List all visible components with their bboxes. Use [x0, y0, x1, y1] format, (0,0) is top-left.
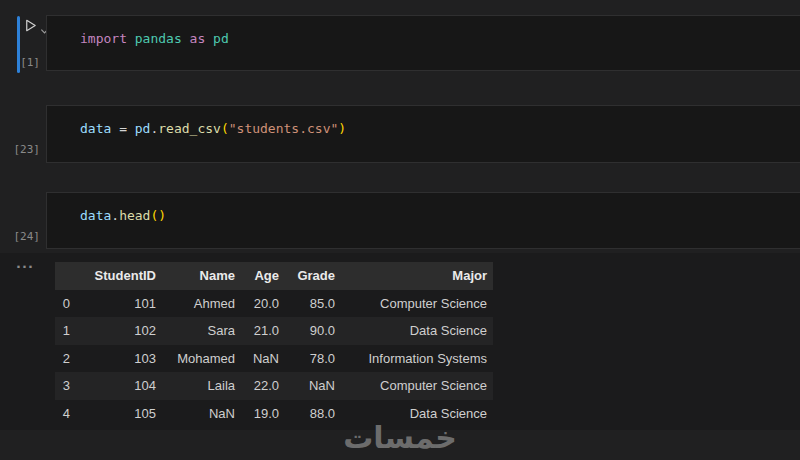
- cell-name: Laila: [162, 372, 241, 400]
- watermark: خمسات: [0, 420, 800, 455]
- cell-age: NaN: [241, 345, 285, 373]
- cell-index: 0: [55, 290, 76, 318]
- code-line: import pandas as pd: [47, 16, 800, 47]
- cell-output: ··· StudentID Name Age Grade Major 0 101: [0, 253, 800, 430]
- play-icon: [23, 18, 38, 33]
- cell-studentid: 103: [76, 345, 162, 373]
- cell-name: Mohamed: [162, 345, 241, 373]
- code-token: pd: [135, 121, 151, 136]
- notebook-editor: [1] import pandas as pd [23] data = pd.r…: [0, 0, 800, 460]
- code-token: pandas: [135, 31, 190, 46]
- column-header-major: Major: [341, 262, 493, 290]
- column-header-age: Age: [241, 262, 285, 290]
- column-header-name: Name: [162, 262, 241, 290]
- run-cell-button[interactable]: [23, 18, 38, 37]
- code-token: as: [190, 31, 213, 46]
- table-header-row: StudentID Name Age Grade Major: [55, 262, 493, 290]
- cell-name: Ahmed: [162, 290, 241, 318]
- code-token: head: [119, 208, 150, 223]
- cell-age: 21.0: [241, 317, 285, 345]
- cell-index: 3: [55, 372, 76, 400]
- cell-grade: 85.0: [285, 290, 341, 318]
- cell-age: 22.0: [241, 372, 285, 400]
- code-token: =: [119, 121, 135, 136]
- table-row: 1 102 Sara 21.0 90.0 Data Science: [55, 317, 493, 345]
- code-token: (: [221, 121, 229, 136]
- code-token: data: [80, 121, 119, 136]
- cell-major: Computer Science: [341, 372, 493, 400]
- column-header-grade: Grade: [285, 262, 341, 290]
- cell-index: 2: [55, 345, 76, 373]
- code-token: (): [150, 208, 166, 223]
- code-token: data: [80, 208, 111, 223]
- code-token: "students.csv": [229, 121, 339, 136]
- code-line: data.head(): [47, 193, 800, 224]
- cell-studentid: 102: [76, 317, 162, 345]
- table-row: 3 104 Laila 22.0 NaN Computer Science: [55, 372, 493, 400]
- cell-major: Data Science: [341, 317, 493, 345]
- code-token: ): [338, 121, 346, 136]
- table-row: 2 103 Mohamed NaN 78.0 Information Syste…: [55, 345, 493, 373]
- cell-grade: 90.0: [285, 317, 341, 345]
- code-cell-head[interactable]: data.head(): [46, 192, 800, 249]
- code-cell-read-csv[interactable]: data = pd.read_csv("students.csv"): [46, 105, 800, 163]
- dataframe-table: StudentID Name Age Grade Major 0 101 Ahm…: [55, 262, 493, 427]
- column-header-studentid: StudentID: [76, 262, 162, 290]
- code-line: data = pd.read_csv("students.csv"): [47, 106, 800, 137]
- code-token: import: [80, 31, 135, 46]
- execution-count: [23]: [0, 143, 40, 156]
- execution-count: [24]: [0, 230, 40, 243]
- cell-studentid: 104: [76, 372, 162, 400]
- cell-age: 20.0: [241, 290, 285, 318]
- column-header-index: [55, 262, 76, 290]
- execution-count: [1]: [0, 56, 40, 69]
- cell-name: Sara: [162, 317, 241, 345]
- cell-grade: NaN: [285, 372, 341, 400]
- table-row: 0 101 Ahmed 20.0 85.0 Computer Science: [55, 290, 493, 318]
- cell-studentid: 101: [76, 290, 162, 318]
- code-token: .: [111, 208, 119, 223]
- cell-major: Information Systems: [341, 345, 493, 373]
- code-cell-import[interactable]: import pandas as pd: [46, 15, 800, 71]
- cell-index: 1: [55, 317, 76, 345]
- more-actions-icon[interactable]: ···: [16, 259, 34, 274]
- code-token: pd: [213, 31, 229, 46]
- cell-grade: 78.0: [285, 345, 341, 373]
- cell-major: Computer Science: [341, 290, 493, 318]
- code-token: read_csv: [158, 121, 221, 136]
